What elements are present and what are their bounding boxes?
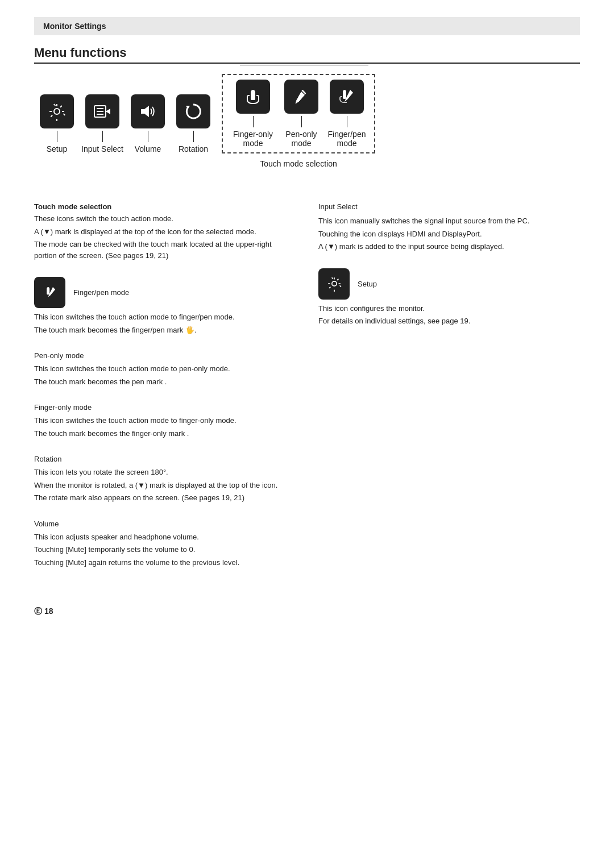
- input-select-icon-box: [85, 94, 119, 128]
- finger-only-p2: The touch mark becomes the finger-only m…: [34, 428, 296, 439]
- setup-inline-row: Setup: [318, 268, 580, 300]
- page-footer: Ⓔ 18: [34, 607, 580, 617]
- volume-label-row: Volume: [34, 520, 296, 528]
- setup-label: Setup: [47, 144, 68, 153]
- input-select-p2: Touching the icon displays HDMI and Disp…: [318, 229, 580, 240]
- rotation-label: Rotation: [179, 144, 208, 153]
- volume-line: [148, 131, 148, 142]
- rotation-section: Rotation This icon lets you rotate the s…: [34, 455, 296, 504]
- setup-line: [57, 131, 57, 142]
- rotation-p2: When the monitor is rotated, a (▼) mark …: [34, 480, 296, 491]
- touch-mode-p3: The mode can be checked with the touch m…: [34, 239, 296, 261]
- input-select-icon-label: Input Select: [318, 202, 358, 211]
- icon-item-volume: Volume: [125, 94, 171, 153]
- input-select-section: Input Select This icon manually switches…: [318, 202, 580, 252]
- rotation-p3: The rotate mark also appears on the scre…: [34, 492, 296, 504]
- finger-only-icon: [243, 86, 263, 107]
- icon-item-rotation: Rotation: [171, 94, 216, 153]
- touch-mode-p2: A (▼) mark is displayed at the top of th…: [34, 226, 296, 238]
- setup-p1: This icon configures the monitor.: [318, 303, 580, 314]
- input-select-line: [102, 131, 103, 142]
- volume-icon: [138, 101, 158, 122]
- volume-icon-box: [131, 94, 165, 128]
- touch-mode-line: [240, 65, 368, 65]
- volume-section: Volume This icon adjusts speaker and hea…: [34, 520, 296, 568]
- pen-only-section: Pen-only mode This icon switches the tou…: [34, 351, 296, 387]
- input-select-label-row: Input Select: [318, 202, 580, 211]
- icons-row: Setup Input Select: [34, 74, 580, 153]
- volume-p1: This icon adjusts speaker and headphone …: [34, 531, 296, 543]
- rotation-icon: [183, 101, 204, 122]
- col-left: Touch mode selection These icons switch …: [34, 202, 296, 584]
- finger-pen-p1: This icon switches the touch action mode…: [34, 312, 296, 323]
- finger-pen-icon-small: [34, 277, 65, 308]
- section-header: Monitor Settings: [34, 17, 580, 35]
- footer-symbol: Ⓔ: [34, 607, 44, 616]
- finger-only-label-row: Finger-only mode: [34, 403, 296, 412]
- setup-icon-small: [318, 268, 350, 300]
- volume-p2: Touching [Mute] temporarily sets the vol…: [34, 544, 296, 555]
- rotation-icon-label: Rotation: [34, 455, 61, 463]
- setup-icon-small-svg: [326, 275, 343, 292]
- touch-mode-group: Finger-onlymode Pen-onlymode: [222, 74, 375, 153]
- finger-pen-icon-box: [330, 80, 364, 114]
- finger-pen-icon-label: Finger/pen mode: [73, 288, 129, 297]
- finger-pen-inline-row: Finger/pen mode: [34, 277, 296, 308]
- pen-only-p2: The touch mark becomes the pen mark .: [34, 376, 296, 388]
- svg-marker-1: [106, 109, 110, 114]
- svg-marker-5: [141, 106, 149, 117]
- volume-p3: Touching [Mute] again returns the volume…: [34, 557, 296, 568]
- col-right: Input Select This icon manually switches…: [318, 202, 580, 584]
- finger-pen-label: Finger/penmode: [328, 130, 366, 148]
- finger-pen-line: [347, 116, 347, 127]
- icon-item-pen-only: Pen-onlymode: [279, 80, 324, 148]
- icon-item-finger-pen: Finger/penmode: [324, 80, 370, 148]
- page-wrapper: Monitor Settings Menu functions Setup: [0, 0, 614, 639]
- setup-p2: For details on individual settings, see …: [318, 315, 580, 327]
- touch-mode-p1: These icons switch the touch action mode…: [34, 213, 296, 225]
- finger-only-line: [253, 116, 254, 127]
- pen-only-p1: This icon switches the touch action mode…: [34, 363, 296, 375]
- setup-icon-box: [40, 94, 74, 128]
- rotation-line: [193, 131, 194, 142]
- pen-only-icon: [291, 86, 312, 107]
- finger-only-icon-label: Finger-only mode: [34, 403, 92, 412]
- input-select-p3: A (▼) mark is added to the input source …: [318, 241, 580, 252]
- touch-mode-title: Touch mode selection: [34, 202, 296, 211]
- finger-pen-p2: The touch mark becomes the finger/pen ma…: [34, 325, 296, 336]
- content-columns: Touch mode selection These icons switch …: [34, 202, 580, 584]
- page-title: Menu functions: [34, 45, 580, 64]
- rotation-icon-box: [176, 94, 210, 128]
- finger-pen-icon: [337, 86, 357, 107]
- pen-only-icon-label: Pen-only mode: [34, 351, 84, 360]
- volume-label: Volume: [135, 144, 161, 153]
- icon-item-finger-only: Finger-onlymode: [227, 80, 279, 148]
- pen-only-icon-box: [284, 80, 318, 114]
- setup-section: Setup This icon configures the monitor. …: [318, 268, 580, 327]
- finger-only-icon-box: [236, 80, 270, 114]
- input-select-icon: [92, 101, 113, 122]
- setup-icon-label: Setup: [358, 280, 377, 288]
- pen-only-label: Pen-onlymode: [285, 130, 317, 148]
- finger-pen-icon-small-svg: [42, 284, 59, 301]
- footer-page: 18: [44, 607, 53, 616]
- finger-only-p1: This icon switches the touch action mode…: [34, 415, 296, 426]
- icon-item-input-select: Input Select: [80, 94, 125, 153]
- rotation-p1: This icon lets you rotate the screen 180…: [34, 467, 296, 478]
- pen-only-line: [301, 116, 302, 127]
- setup-icon: [47, 101, 67, 122]
- finger-pen-section: Finger/pen mode This icon switches the t…: [34, 277, 296, 335]
- touch-mode-selection-label: Touch mode selection: [260, 159, 337, 168]
- finger-only-section: Finger-only mode This icon switches the …: [34, 403, 296, 439]
- finger-only-label: Finger-onlymode: [233, 130, 273, 148]
- input-select-label: Input Select: [81, 144, 123, 153]
- input-select-p1: This icon manually switches the signal i…: [318, 215, 580, 227]
- volume-icon-label: Volume: [34, 520, 59, 528]
- section-header-text: Monitor Settings: [43, 22, 106, 31]
- icon-item-setup: Setup: [34, 94, 80, 153]
- rotation-label-row: Rotation: [34, 455, 296, 463]
- touch-mode-section: Touch mode selection These icons switch …: [34, 202, 296, 261]
- pen-only-label-row: Pen-only mode: [34, 351, 296, 360]
